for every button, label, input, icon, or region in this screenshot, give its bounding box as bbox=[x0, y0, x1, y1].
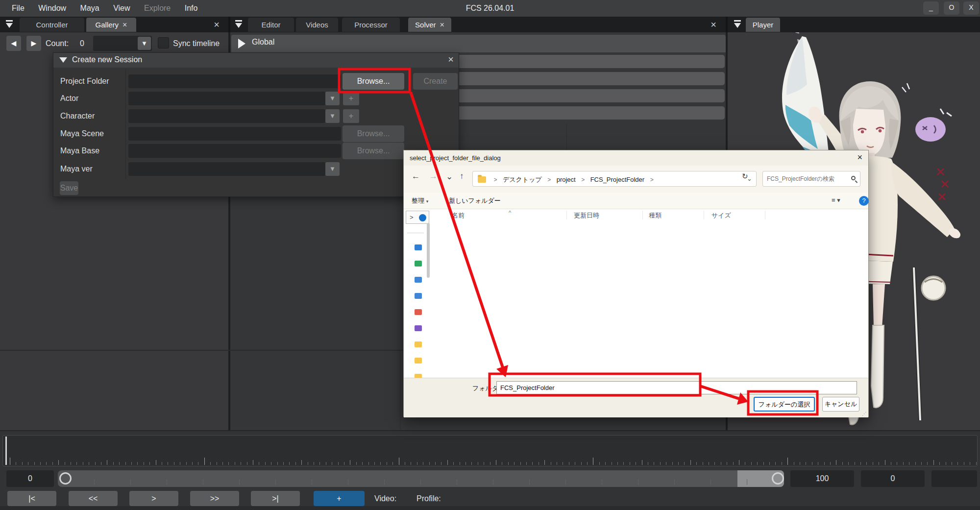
tab-gallery[interactable]: Gallery× bbox=[86, 18, 136, 32]
folder-name-input[interactable] bbox=[496, 381, 857, 394]
project-folder-input[interactable] bbox=[128, 74, 341, 88]
maya-base-input[interactable] bbox=[128, 144, 341, 158]
file-dialog-close-icon[interactable]: × bbox=[857, 152, 862, 163]
ruler-tick bbox=[751, 462, 752, 465]
tab-videos[interactable]: Videos bbox=[296, 18, 338, 32]
documents-icon[interactable] bbox=[415, 277, 422, 283]
breadcrumb-desktop[interactable]: デスクトップ bbox=[503, 176, 542, 183]
panel-menu-chevron-icon-2[interactable] bbox=[234, 20, 244, 29]
count-dropdown[interactable]: ▼ bbox=[93, 36, 152, 51]
column-separator[interactable] bbox=[566, 211, 567, 219]
search-box[interactable] bbox=[762, 171, 860, 187]
column-header-type[interactable]: 種類 bbox=[649, 211, 662, 220]
back-icon[interactable]: ← bbox=[412, 171, 420, 181]
minimize-button[interactable]: _ bbox=[923, 1, 939, 15]
folder-a-icon[interactable] bbox=[415, 341, 422, 347]
save-button[interactable]: Save bbox=[60, 181, 78, 195]
create-button[interactable]: Create bbox=[413, 73, 458, 90]
character-dropdown-arrow-icon[interactable]: ▼ bbox=[325, 109, 340, 123]
column-separator[interactable] bbox=[765, 211, 765, 219]
column-separator[interactable] bbox=[642, 211, 643, 219]
range-end-handle[interactable] bbox=[772, 472, 784, 485]
step-forward-button[interactable]: ▶ bbox=[26, 36, 41, 51]
add-button[interactable]: + bbox=[314, 491, 365, 506]
character-combobox[interactable] bbox=[128, 109, 325, 123]
current-frame-box[interactable]: 0 bbox=[6, 470, 54, 487]
column-header-size[interactable]: サイズ bbox=[711, 211, 731, 220]
actor-add-button[interactable]: + bbox=[343, 92, 359, 105]
select-folder-button[interactable]: フォルダーの選択 bbox=[754, 397, 815, 412]
close-button[interactable]: X bbox=[963, 1, 979, 15]
sync-timeline-checkbox[interactable] bbox=[158, 37, 169, 49]
breadcrumb[interactable]: > デスクトップ > project > FCS_ProjectFolder >… bbox=[472, 171, 757, 187]
refresh-icon[interactable]: ↻ bbox=[742, 172, 748, 181]
cancel-button[interactable]: キャンセル bbox=[822, 397, 859, 412]
organize-button[interactable]: 整理 ▾ bbox=[412, 196, 428, 205]
videos-folder-icon[interactable] bbox=[415, 293, 422, 299]
extra-value-box[interactable] bbox=[931, 470, 977, 487]
maya-scene-browse-button[interactable]: Browse... bbox=[343, 125, 404, 142]
ruler-tick bbox=[970, 462, 970, 465]
count-dropdown-arrow-icon[interactable]: ▼ bbox=[138, 37, 151, 50]
sidebar-item-selected[interactable]: > bbox=[406, 211, 429, 224]
breadcrumb-project[interactable]: project bbox=[557, 176, 576, 183]
maya-base-browse-button[interactable]: Browse... bbox=[343, 143, 404, 159]
global-section-header[interactable]: Global bbox=[231, 35, 726, 52]
file-dialog-titlebar[interactable]: select_project_folder_file_dialog × bbox=[404, 150, 868, 166]
tab-editor[interactable]: Editor bbox=[248, 18, 294, 32]
create-session-close-icon[interactable]: × bbox=[448, 54, 454, 65]
range-other-box[interactable]: 0 bbox=[861, 470, 925, 487]
tab-solver[interactable]: Solver× bbox=[408, 18, 451, 32]
maximize-button[interactable]: O bbox=[944, 1, 959, 15]
actor-combobox[interactable] bbox=[128, 92, 325, 105]
ruler-tick bbox=[186, 462, 187, 465]
play-button[interactable]: > bbox=[129, 491, 178, 506]
desktop-icon[interactable] bbox=[415, 244, 422, 250]
folder-b-icon[interactable] bbox=[415, 358, 422, 364]
panel-menu-chevron-icon[interactable] bbox=[5, 20, 15, 29]
search-input[interactable] bbox=[767, 172, 848, 186]
range-end-box[interactable]: 100 bbox=[790, 470, 854, 487]
panel-menu-chevron-icon-3[interactable] bbox=[733, 20, 743, 29]
tree-expander-icon[interactable]: > bbox=[410, 214, 414, 221]
actor-dropdown-arrow-icon[interactable]: ▼ bbox=[325, 92, 340, 105]
tab-solver-close-icon[interactable]: × bbox=[440, 21, 444, 29]
range-slider[interactable] bbox=[58, 470, 784, 487]
collapse-triangle-icon[interactable] bbox=[59, 57, 67, 63]
breadcrumb-fcs-projectfolder[interactable]: FCS_ProjectFolder bbox=[590, 176, 645, 183]
column-header-date[interactable]: 更新日時 bbox=[574, 211, 599, 220]
step-back-button[interactable]: ◀ bbox=[6, 36, 21, 51]
project-folder-browse-button[interactable]: Browse... bbox=[343, 73, 404, 90]
downloads-icon[interactable] bbox=[415, 309, 422, 315]
ruler-tick bbox=[745, 462, 745, 465]
resize-grip-icon[interactable]: ⋰ bbox=[862, 411, 867, 416]
forward-icon[interactable]: → bbox=[429, 171, 438, 181]
prev-button[interactable]: << bbox=[69, 491, 118, 506]
range-start-handle[interactable] bbox=[59, 472, 72, 485]
column-header-name[interactable]: 名前 bbox=[452, 211, 465, 220]
maya-ver-dropdown-arrow-icon[interactable]: ▼ bbox=[325, 162, 340, 176]
music-icon[interactable] bbox=[415, 325, 422, 331]
column-separator[interactable] bbox=[704, 211, 704, 219]
sidebar-scrollbar[interactable] bbox=[427, 223, 430, 278]
sync-icon[interactable] bbox=[415, 261, 422, 267]
tab-gallery-close-icon[interactable]: × bbox=[122, 21, 127, 29]
go-first-button[interactable]: |< bbox=[7, 491, 56, 506]
maya-ver-combobox[interactable] bbox=[128, 162, 325, 176]
character-add-button[interactable]: + bbox=[343, 109, 359, 123]
create-session-dialog-header[interactable]: Create new Session × bbox=[53, 53, 459, 68]
panel1-close-icon[interactable]: × bbox=[211, 19, 222, 30]
tab-controller[interactable]: Controller bbox=[20, 18, 84, 32]
tab-player[interactable]: Player bbox=[746, 18, 780, 32]
view-options-icon[interactable]: ≡ ▾ bbox=[832, 196, 840, 204]
timeline-track[interactable] bbox=[2, 435, 978, 466]
tab-processor[interactable]: Processor bbox=[342, 18, 400, 32]
recent-locations-icon[interactable]: ⌄ bbox=[446, 171, 453, 182]
help-icon[interactable]: ? bbox=[859, 196, 869, 206]
panel2-close-icon[interactable]: × bbox=[708, 19, 719, 30]
new-folder-button[interactable]: 新しいフォルダー bbox=[449, 196, 501, 205]
maya-scene-input[interactable] bbox=[128, 127, 341, 141]
up-icon[interactable]: ↑ bbox=[460, 171, 464, 181]
go-last-button[interactable]: >| bbox=[251, 491, 300, 506]
next-button[interactable]: >> bbox=[190, 491, 239, 506]
